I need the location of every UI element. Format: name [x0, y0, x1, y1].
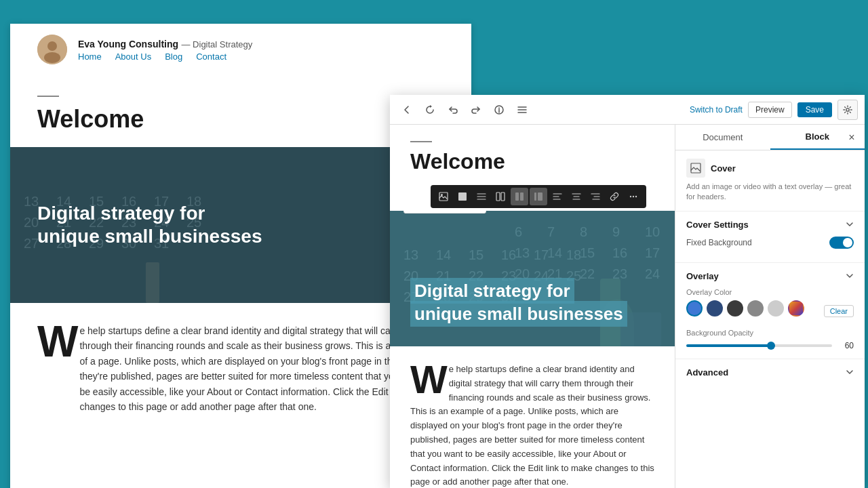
svg-rect-9 [501, 192, 505, 201]
cover-icon [686, 159, 705, 178]
opacity-value: 60 [837, 341, 854, 350]
site-tagline: — Digital Strategy [182, 39, 253, 49]
block-tool-layout2[interactable] [511, 188, 528, 205]
swatch-gradient[interactable] [788, 300, 804, 317]
block-tool-align-center[interactable] [568, 188, 585, 205]
editor-content: Welcome [390, 125, 865, 488]
site-nav: Home About Us Blog Contact [78, 52, 252, 62]
site-title: Eva Young Consulting [78, 39, 178, 49]
svg-point-4 [846, 108, 849, 110]
editor-sidebar: Document Block × Cover Add an image or v… [675, 125, 865, 488]
menu-button[interactable] [512, 100, 532, 120]
drop-cap: W [37, 323, 78, 414]
svg-rect-8 [496, 192, 500, 201]
swatch-blue[interactable] [686, 300, 703, 317]
editor-cover-title: Digital strategy for unique small busine… [390, 211, 675, 346]
block-tool-square[interactable] [454, 188, 471, 205]
cover-block-title: Cover [711, 163, 736, 174]
svg-rect-12 [534, 192, 536, 201]
block-info-header: Cover [686, 159, 854, 178]
overlay-color-label: Overlay Color [686, 288, 854, 296]
swatch-dark-gray[interactable] [727, 300, 743, 317]
fixed-bg-toggle[interactable] [829, 237, 854, 249]
site-header: Eva Young Consulting — Digital Strategy … [10, 24, 471, 75]
format-toolbar: B I — [403, 211, 486, 214]
info-button[interactable] [489, 100, 509, 120]
left-cover-text: Digital strategy for unique small busine… [37, 202, 262, 247]
site-name: Eva Young Consulting — Digital Strategy [78, 38, 252, 50]
svg-rect-13 [538, 192, 542, 201]
block-tool-align-left[interactable] [549, 188, 566, 205]
nav-contact[interactable]: Contact [196, 52, 226, 62]
editor-panel: Switch to Draft Preview Save Welcome [390, 95, 865, 488]
advanced-label: Advanced [686, 367, 728, 378]
svg-rect-11 [520, 192, 524, 201]
site-title-area: Eva Young Consulting — Digital Strategy … [78, 38, 252, 62]
cover-settings-title: Cover Settings [686, 220, 854, 230]
block-tool-image[interactable] [435, 188, 452, 205]
swatch-gray[interactable] [747, 300, 764, 317]
redo-button[interactable] [466, 100, 486, 120]
editor-toolbar: Switch to Draft Preview Save [390, 95, 865, 125]
block-tool-lines[interactable] [473, 188, 490, 205]
editor-cover-block[interactable]: 131415161718 202122232425 27282930 67891… [390, 211, 675, 346]
block-tool-align-right[interactable] [587, 188, 604, 205]
sidebar-tabs: Document Block × [675, 125, 865, 150]
cover-settings-section: Cover Settings Fixed Background [675, 211, 865, 263]
editor-body-section: W e help startups define a clear brand i… [390, 346, 675, 488]
svg-point-14 [630, 196, 631, 197]
svg-rect-17 [691, 163, 701, 173]
undo-button[interactable] [443, 100, 463, 120]
svg-point-16 [635, 196, 637, 197]
bg-opacity-label: Background Opacity [686, 329, 854, 337]
editor-canvas[interactable]: Welcome [390, 125, 675, 488]
cover-block-desc: Add an image or video with a text overla… [686, 182, 854, 203]
opacity-row: 60 [686, 341, 854, 350]
switch-draft-button[interactable]: Switch to Draft [690, 105, 743, 115]
nav-about[interactable]: About Us [115, 52, 151, 62]
swatch-light-gray[interactable] [768, 300, 784, 317]
sidebar-close-button[interactable]: × [842, 127, 862, 148]
nav-home[interactable]: Home [78, 52, 102, 62]
svg-rect-7 [458, 192, 467, 201]
preview-button[interactable]: Preview [748, 102, 792, 118]
color-swatches [686, 300, 804, 317]
opacity-slider[interactable] [686, 344, 832, 347]
toolbar-right: Switch to Draft Preview Save [690, 100, 858, 120]
fixed-bg-label: Fixed Background [686, 238, 752, 247]
overlay-section: Overlay Overlay Color Clear Backgro [675, 263, 865, 359]
block-toolbar [431, 185, 646, 208]
svg-point-15 [633, 196, 634, 197]
svg-rect-10 [515, 192, 519, 201]
fixed-background-row: Fixed Background [686, 237, 854, 249]
settings-button[interactable] [837, 100, 858, 120]
editor-welcome-title: Welcome [410, 149, 654, 174]
block-tool-more[interactable] [625, 188, 642, 205]
clear-color-button[interactable]: Clear [824, 305, 854, 317]
advanced-chevron [846, 368, 854, 376]
block-tool-layout1[interactable] [492, 188, 509, 205]
swatch-dark-blue[interactable] [707, 300, 723, 317]
svg-point-6 [441, 194, 443, 196]
left-divider-decoration [37, 96, 59, 97]
overlay-title: Overlay [686, 271, 854, 281]
left-welcome-title: Welcome [37, 105, 444, 134]
svg-point-1 [47, 41, 57, 51]
advanced-section[interactable]: Advanced [675, 359, 865, 386]
block-info-section: Cover Add an image or video with a text … [675, 150, 865, 211]
save-button[interactable]: Save [797, 102, 832, 117]
refresh-button[interactable] [420, 100, 440, 120]
block-tool-layout3[interactable] [530, 188, 547, 205]
avatar [37, 35, 67, 64]
svg-point-2 [44, 52, 60, 63]
editor-divider [410, 141, 432, 142]
nav-blog[interactable]: Blog [165, 52, 182, 62]
opacity-thumb[interactable] [767, 342, 775, 350]
tab-document[interactable]: Document [675, 125, 770, 150]
block-tool-link[interactable] [606, 188, 623, 205]
editor-welcome-section: Welcome [390, 125, 675, 185]
editor-drop-cap: W [410, 363, 448, 396]
back-button[interactable] [397, 100, 417, 120]
